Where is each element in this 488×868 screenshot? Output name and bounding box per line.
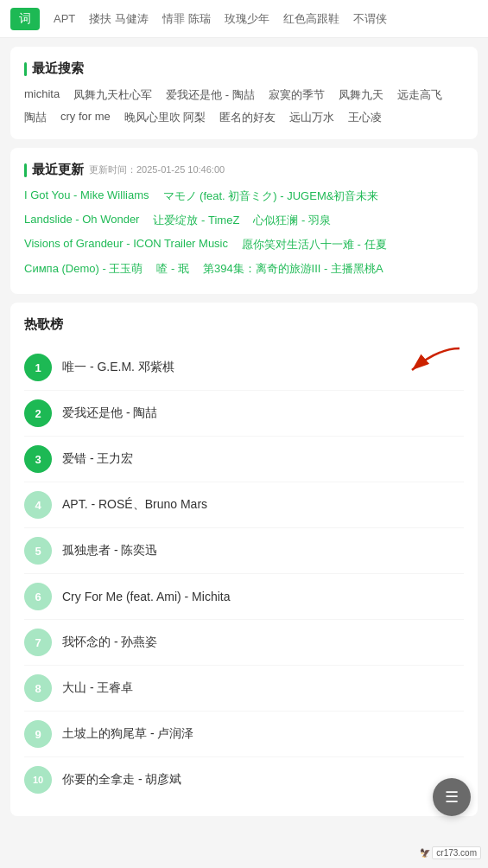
update-item-5[interactable]: Visions of Grandeur - ICON Trailer Music [24,237,228,252]
tag-item-4[interactable]: 玫瑰少年 [225,11,269,27]
search-tag-8[interactable]: 晚风心里吹 阿梨 [124,110,206,125]
search-tag-0[interactable]: michita [24,87,60,103]
chart-name-3: 爱错 - 王力宏 [62,451,464,467]
chart-rank-1: 1 [24,354,52,381]
chart-item-3[interactable]: 3 爱错 - 王力宏 [24,437,464,482]
chart-item-10[interactable]: 10 你要的全拿走 - 胡彦斌 [24,757,464,802]
recent-search-section: 最近搜索 michita 凤舞九天杜心军 爱我还是他 - 陶喆 寂寞的季节 凤舞… [10,47,478,139]
search-tag-5[interactable]: 远走高飞 [397,87,442,103]
search-tag-11[interactable]: 王心凌 [348,110,382,125]
search-tag-3[interactable]: 寂寞的季节 [269,87,325,103]
update-item-7[interactable]: Симпа (Demo) - 王玉萌 [24,261,143,277]
float-menu-button[interactable]: ☰ [433,778,471,816]
recent-search-title: 最近搜索 [24,61,464,77]
search-tag-2[interactable]: 爱我还是他 - 陶喆 [166,87,255,103]
chart-rank-7: 7 [24,629,52,656]
update-item-8[interactable]: 喳 - 珉 [156,261,189,277]
chart-name-10: 你要的全拿走 - 胡彦斌 [62,772,464,788]
chart-rank-8: 8 [24,674,52,702]
update-time: 更新时间：2025-01-25 10:46:00 [89,163,225,176]
tag-item-3[interactable]: 情罪 陈瑞 [162,11,211,27]
search-tag-10[interactable]: 远山万水 [289,110,334,125]
chart-name-4: APT. - ROSÉ、Bruno Mars [62,497,464,513]
chart-item-6[interactable]: 6 Cry For Me (feat. Ami) - Michita [24,574,464,620]
chart-rank-4: 4 [24,491,52,519]
recent-updates-section: 最近更新 更新时间：2025-01-25 10:46:00 I Got You … [10,148,478,294]
watermark-text: cr173.com [432,846,481,859]
search-tag-6[interactable]: 陶喆 [24,110,47,125]
watermark-logo: 🦅 [420,848,430,858]
chart-rank-2: 2 [24,399,52,427]
chart-name-8: 大山 - 王睿卓 [62,680,464,696]
chart-rank-3: 3 [24,445,52,473]
recent-search-tags: michita 凤舞九天杜心军 爱我还是他 - 陶喆 寂寞的季节 凤舞九天 远走… [24,87,464,125]
chart-rank-5: 5 [24,537,52,565]
search-tag-1[interactable]: 凤舞九天杜心军 [73,87,152,103]
update-item-9[interactable]: 第394集：离奇的旅游III - 主播黑桃A [203,261,383,277]
search-tag-7[interactable]: cry for me [60,110,111,125]
tag-item-6[interactable]: 不谓侠 [353,11,387,27]
chart-item-4[interactable]: 4 APT. - ROSÉ、Bruno Mars [24,482,464,528]
chart-item-2[interactable]: 2 爱我还是他 - 陶喆 [24,391,464,437]
chart-item-9[interactable]: 9 土坡上的狗尾草 - 卢润泽 [24,712,464,757]
update-item-0[interactable]: I Got You - Mike Williams [24,188,149,204]
update-item-6[interactable]: 愿你笑对生活八十一难 - 任夏 [242,237,387,252]
chart-item-8[interactable]: 8 大山 - 王睿卓 [24,666,464,712]
hot-chart-title: 热歌榜 [24,316,464,333]
tag-bar: 词 APT 搂扶 马健涛 情罪 陈瑞 玫瑰少年 红色高跟鞋 不谓侠 [0,0,488,38]
chart-name-5: 孤独患者 - 陈奕迅 [62,543,464,558]
chart-item-7[interactable]: 7 我怀念的 - 孙燕姿 [24,620,464,666]
update-list: I Got You - Mike Williams マモノ (feat. 初音ミ… [24,188,464,280]
tag-item-5[interactable]: 红色高跟鞋 [283,11,339,27]
tag-item-1[interactable]: APT [54,12,75,25]
chart-item-5[interactable]: 5 孤独患者 - 陈奕迅 [24,528,464,574]
recent-updates-title: 最近更新 更新时间：2025-01-25 10:46:00 [24,162,464,178]
hot-chart-section: 热歌榜 1 唯一 - G.E.M. 邓紫棋 2 爱我还是他 - 陶喆 3 爱错 … [10,303,478,816]
watermark: 🦅 cr173.com [420,846,481,859]
tag-item-2[interactable]: 搂扶 马健涛 [89,11,149,27]
chart-name-9: 土坡上的狗尾草 - 卢润泽 [62,726,464,742]
chart-rank-6: 6 [24,583,52,610]
search-tag-4[interactable]: 凤舞九天 [339,87,383,103]
chart-rank-10: 10 [24,766,52,794]
search-tag-9[interactable]: 匿名的好友 [219,110,276,125]
arrow-annotation [386,344,464,383]
update-item-2[interactable]: Landslide - Oh Wonder [24,213,139,228]
update-item-4[interactable]: 心似狂澜 - 羽泉 [253,213,331,228]
update-item-3[interactable]: 让爱绽放 - TimeZ [153,213,239,228]
chart-rank-9: 9 [24,720,52,748]
chart-name-7: 我怀念的 - 孙燕姿 [62,635,464,650]
update-item-1[interactable]: マモノ (feat. 初音ミク) - JUGEM&初音未来 [163,188,379,204]
chart-name-6: Cry For Me (feat. Ami) - Michita [62,590,464,603]
chart-item-1[interactable]: 1 唯一 - G.E.M. 邓紫棋 [24,345,464,391]
menu-icon: ☰ [445,788,459,807]
tag-active-ci[interactable]: 词 [10,8,40,30]
chart-name-2: 爱我还是他 - 陶喆 [62,405,464,421]
